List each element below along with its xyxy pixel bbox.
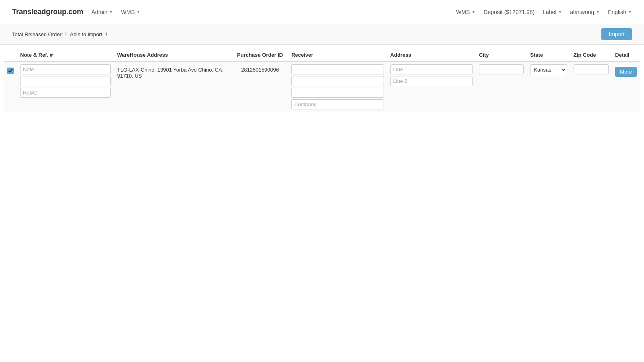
col-receiver: Receiver	[288, 49, 387, 62]
orders-table: Note & Ref. # WareHouse Address Purchase…	[4, 49, 640, 112]
user-menu[interactable]: alanwong ▼	[570, 9, 600, 15]
label-caret: ▼	[558, 10, 562, 14]
col-detail: Detail	[612, 49, 640, 62]
note-ref-cell: 2812501590096	[17, 62, 114, 112]
col-address: Address	[387, 49, 476, 62]
navbar-right: WMS ▼ Deposit ($12071.98) Label ▼ alanwo…	[456, 9, 632, 15]
row-checkbox-cell	[4, 62, 17, 112]
receiver-phone-input[interactable]: +16263841090	[291, 88, 384, 98]
col-city: City	[476, 49, 527, 62]
address-cell	[387, 62, 476, 112]
ref-number-input[interactable]: 2812501590096	[20, 76, 111, 86]
col-note: Note & Ref. #	[17, 49, 114, 62]
note-input[interactable]	[20, 64, 111, 74]
warehouse-address: TLG-LAX-Chino: 13901 Yorba Ave Chino, CA…	[117, 64, 229, 79]
city-input[interactable]: Dearing	[479, 64, 524, 74]
state-select[interactable]: AlabamaAlaskaArizonaArkansasCaliforniaCo…	[530, 64, 567, 75]
table-container: Note & Ref. # WareHouse Address Purchase…	[0, 49, 644, 112]
zipcode-cell: 67340	[570, 62, 612, 112]
admin-label: Admin	[91, 9, 107, 15]
col-warehouse: WareHouse Address	[114, 49, 232, 62]
table-row: 2812501590096 TLG-LAX-Chino: 13901 Yorba…	[4, 62, 640, 112]
ref2-input[interactable]	[20, 88, 111, 98]
deposit-label: Deposit ($12071.98)	[483, 9, 535, 15]
navbar: Transleadgroup.com Admin ▼ WMS ▼ WMS ▼ D…	[0, 0, 644, 24]
more-button[interactable]: More	[615, 67, 637, 77]
receiver-name-input[interactable]: zhiyuan	[291, 64, 384, 74]
address-line2-input[interactable]	[390, 76, 473, 86]
user-caret: ▼	[596, 10, 600, 14]
col-checkbox	[4, 49, 17, 62]
user-label: alanwong	[570, 9, 594, 15]
brand-logo[interactable]: Transleadgroup.com	[12, 8, 83, 16]
zipcode-input[interactable]: 67340	[574, 64, 609, 74]
wms-left-label: WMS	[121, 9, 135, 15]
wms-menu-right[interactable]: WMS ▼	[456, 9, 475, 15]
status-bar: Total Released Order: 1. Able to import:…	[0, 24, 644, 45]
city-cell: Dearing	[476, 62, 527, 112]
col-po: Purchase Order ID	[232, 49, 288, 62]
language-label: English	[608, 9, 626, 15]
label-label: Label	[543, 9, 556, 15]
receiver-name2-input[interactable]: du	[291, 76, 384, 86]
warehouse-cell: TLG-LAX-Chino: 13901 Yorba Ave Chino, CA…	[114, 62, 232, 112]
detail-cell: More	[612, 62, 640, 112]
table-header-row: Note & Ref. # WareHouse Address Purchase…	[4, 49, 640, 62]
navbar-left: Transleadgroup.com Admin ▼ WMS ▼	[12, 8, 140, 16]
row-checkbox[interactable]	[7, 68, 14, 74]
address-line1-input[interactable]	[390, 64, 473, 74]
wms-right-label: WMS	[456, 9, 470, 15]
po-cell: 2812501590096	[232, 62, 288, 112]
col-state: State	[527, 49, 570, 62]
language-menu[interactable]: English ▼	[608, 9, 632, 15]
wms-right-caret: ▼	[471, 10, 475, 14]
deposit-item: Deposit ($12071.98)	[483, 9, 535, 15]
receiver-company-input[interactable]	[291, 99, 384, 109]
receiver-cell: zhiyuan du +16263841090	[288, 62, 387, 112]
language-caret: ▼	[628, 10, 632, 14]
import-button[interactable]: Import	[601, 28, 632, 40]
col-zipcode: Zip Code	[570, 49, 612, 62]
label-menu[interactable]: Label ▼	[543, 9, 562, 15]
admin-caret: ▼	[109, 10, 113, 14]
po-id: 2812501590096	[235, 64, 285, 73]
status-text: Total Released Order: 1. Able to import:…	[12, 31, 108, 37]
admin-menu[interactable]: Admin ▼	[91, 9, 113, 15]
wms-menu-left[interactable]: WMS ▼	[121, 9, 140, 15]
wms-left-caret: ▼	[136, 10, 140, 14]
state-cell: AlabamaAlaskaArizonaArkansasCaliforniaCo…	[527, 62, 570, 112]
